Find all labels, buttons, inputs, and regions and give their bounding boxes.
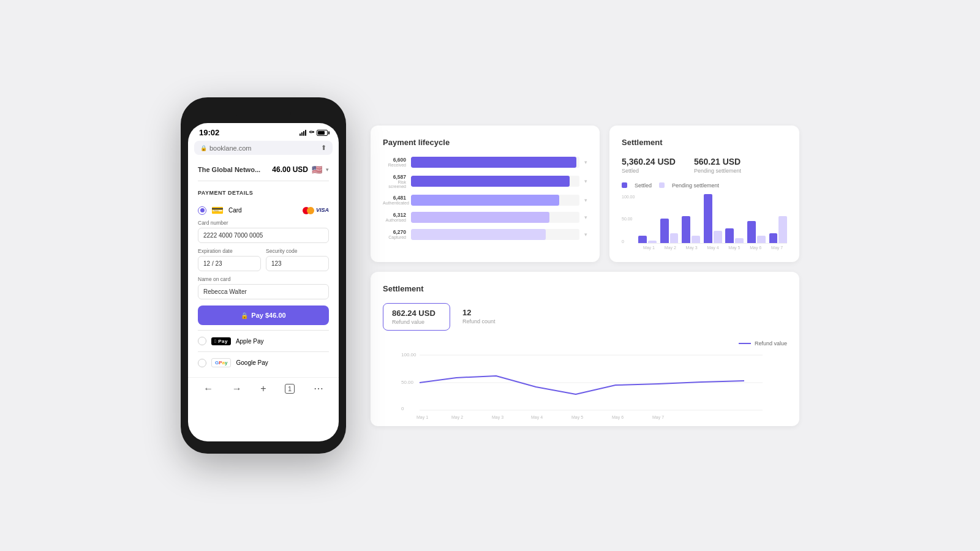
lifecycle-row: 6,481 Authenticated ▾: [383, 195, 587, 206]
settled-value: 5,360.24 USD: [622, 157, 676, 167]
lifecycle-title: Payment lifecycle: [383, 138, 587, 147]
refund-value: 862.24 USD: [392, 309, 441, 318]
svg-text:May 5: May 5: [571, 415, 583, 420]
refund-count-label: Refund count: [462, 318, 521, 324]
pending-legend-label: Pending settlement: [672, 182, 719, 189]
merchant-row: The Global Netwo... 46.00 USD 🇺🇸 ▾: [198, 165, 329, 181]
settled-bar: [682, 216, 690, 243]
battery-icon: [317, 130, 328, 136]
bars-wrap: [638, 195, 787, 244]
expiry-label: Expiration date: [198, 248, 261, 254]
mastercard-icon: [303, 207, 314, 214]
card-icons: VISA: [303, 207, 329, 214]
google-pay-radio[interactable]: [198, 359, 206, 367]
lifecycle-card: Payment lifecycle 6,600 Received ▾ 6,587…: [371, 126, 600, 262]
url-text: booklane.com: [209, 144, 252, 152]
x-label: May 7: [767, 246, 787, 250]
refund-stats: 862.24 USD Refund value 12 Refund count: [383, 303, 787, 331]
svg-text:50.00: 50.00: [401, 380, 414, 385]
card-number-label: Card number: [198, 220, 329, 226]
lifecycle-row: 6,270 Captured ▾: [383, 229, 587, 240]
apple-pay-label: Apple Pay: [236, 338, 264, 345]
svg-text:May 2: May 2: [451, 415, 463, 420]
pending-bar: [670, 233, 679, 243]
amount: 46.00 USD: [272, 165, 308, 174]
more-button[interactable]: ⋯: [314, 383, 323, 394]
lifecycle-row: 6,600 Received ▾: [383, 157, 587, 168]
refund-legend-label: Refund value: [755, 340, 787, 347]
refund-count: 12: [462, 308, 521, 317]
tabs-button[interactable]: 1: [285, 384, 295, 394]
card-label: Card: [228, 207, 242, 214]
settled-bar: [704, 194, 712, 243]
card-number-input[interactable]: [198, 228, 329, 243]
settlement-legend: Settled Pending settlement: [622, 182, 787, 189]
pending-legend-dot: [659, 182, 665, 188]
settlement-top-title: Settlement: [622, 138, 787, 147]
google-pay-option[interactable]: GPay Google Pay: [198, 354, 329, 371]
new-tab-button[interactable]: +: [260, 383, 266, 394]
signal-icon: [300, 130, 306, 136]
pending-bar: [778, 216, 787, 243]
amount-chevron[interactable]: ▾: [326, 167, 329, 173]
phone-screen: 19:02 ⚰ 🔒 b: [188, 123, 339, 441]
phone-icons: ⚰: [300, 129, 328, 137]
bar-group: [769, 216, 788, 243]
lifecycle-rows: 6,600 Received ▾ 6,587 Risk screened ▾ 6…: [383, 157, 587, 240]
bar-group: [704, 194, 722, 243]
cvv-input[interactable]: [266, 256, 329, 271]
divider-2: [198, 351, 329, 352]
payment-content: The Global Netwo... 46.00 USD 🇺🇸 ▾ PAYME…: [188, 159, 339, 377]
card-option[interactable]: 💳 Card VISA: [198, 201, 329, 220]
settled-bar: [638, 236, 647, 243]
settlement-stats: 5,360.24 USD Settled 560.21 USD Pending …: [622, 157, 787, 174]
svg-text:May 7: May 7: [652, 415, 664, 420]
browser-bar[interactable]: 🔒 booklane.com ⬆: [194, 141, 333, 155]
settled-bar: [660, 219, 669, 243]
expiry-input[interactable]: [198, 256, 261, 271]
visa-icon: VISA: [316, 207, 329, 214]
browser-bottom-bar: ← → + 1 ⋯: [188, 377, 339, 397]
settled-legend-label: Settled: [635, 182, 652, 189]
refund-value-stat: 862.24 USD Refund value: [383, 303, 450, 331]
share-icon[interactable]: ⬆: [321, 144, 326, 152]
bar-group: [638, 236, 657, 243]
cvv-label: Security code: [266, 248, 329, 254]
settlement-top-card: Settlement 5,360.24 USD Settled 560.21 U…: [609, 126, 799, 262]
apple-pay-option[interactable]:  Pay Apple Pay: [198, 333, 329, 349]
refund-count-stat: 12 Refund count: [462, 303, 530, 331]
settlement-bottom-card: Settlement 862.24 USD Refund value 12 Re…: [371, 272, 799, 426]
settled-bar: [769, 233, 778, 243]
x-label: May 3: [682, 246, 702, 250]
x-label: May 4: [703, 246, 723, 250]
settled-label: Settled: [622, 168, 676, 174]
wifi-icon: ⚰: [309, 129, 314, 137]
divider-1: [198, 330, 329, 331]
settled-legend-dot: [622, 182, 627, 188]
svg-text:May 6: May 6: [612, 415, 624, 420]
x-label: May 1: [639, 246, 659, 250]
x-label: May 5: [724, 246, 744, 250]
back-button[interactable]: ←: [203, 383, 213, 394]
flag-icon: 🇺🇸: [312, 165, 322, 174]
line-chart-container: 100.00 50.00 0 May 1 May 2 May 3 May 4 M…: [383, 350, 787, 414]
name-input[interactable]: [198, 284, 329, 299]
card-radio[interactable]: [198, 206, 206, 215]
settled-bar: [725, 228, 734, 243]
apple-pay-radio[interactable]: [198, 337, 206, 345]
settled-bar: [747, 221, 756, 243]
pay-button-label: Pay $46.00: [251, 312, 285, 319]
pay-button[interactable]: 🔒 Pay $46.00: [198, 305, 329, 325]
phone-time: 19:02: [199, 128, 219, 137]
pending-label: Pending settlement: [694, 168, 741, 174]
x-label: May 6: [745, 246, 766, 250]
pending-bar: [692, 236, 700, 243]
line-chart-svg: 100.00 50.00 0 May 1 May 2 May 3 May 4 M…: [383, 350, 787, 411]
bar-x-labels: May 1May 2May 3May 4May 5May 6May 7: [622, 246, 787, 250]
phone-notch: [236, 107, 291, 119]
name-label: Name on card: [198, 276, 329, 282]
apple-pay-badge:  Pay: [211, 337, 231, 345]
forward-button[interactable]: →: [232, 383, 242, 394]
lock-icon: 🔒: [200, 145, 207, 151]
pending-value: 560.21 USD: [694, 157, 741, 167]
